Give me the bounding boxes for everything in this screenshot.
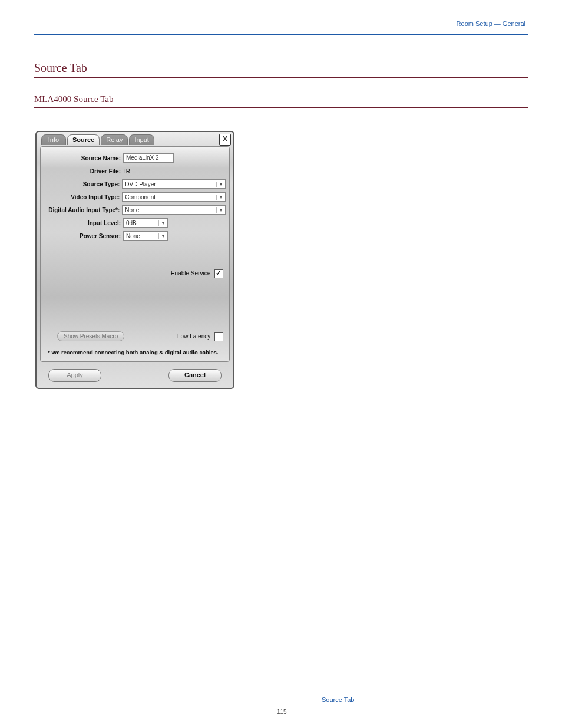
source-name-label: Source Name:	[44, 155, 123, 162]
cancel-button[interactable]: Cancel	[168, 369, 222, 382]
tab-info[interactable]: Info	[41, 134, 66, 145]
input-level-select[interactable]: 0dB ▾	[123, 218, 168, 228]
close-icon[interactable]: X	[219, 134, 231, 146]
show-presets-button[interactable]: Show Presets Macro	[57, 331, 124, 341]
source-tab-link[interactable]: Source Tab	[322, 696, 354, 703]
source-type-label: Source Type:	[44, 181, 122, 187]
source-dialog: Info Source Relay Input X Source Name: M…	[35, 131, 234, 389]
chevron-down-icon: ▾	[158, 220, 167, 226]
tab-input[interactable]: Input	[129, 134, 154, 145]
driver-file-value: IR	[123, 168, 130, 174]
power-sensor-select[interactable]: None ▾	[123, 231, 168, 241]
tab-relay[interactable]: Relay	[101, 134, 128, 145]
digital-audio-label: Digital Audio Input Type*:	[44, 207, 122, 213]
footnote-text: * We recommend connecting both analog & …	[48, 349, 219, 355]
power-sensor-label: Power Sensor:	[44, 233, 123, 239]
tab-source[interactable]: Source	[67, 134, 100, 145]
video-input-value: Component	[123, 194, 216, 200]
driver-file-label: Driver File:	[44, 168, 123, 174]
low-latency-checkbox[interactable]	[214, 332, 223, 341]
source-type-select[interactable]: DVD Player ▾	[122, 179, 226, 189]
digital-audio-select[interactable]: None ▾	[122, 205, 226, 215]
tab-row: Info Source Relay Input	[41, 134, 229, 147]
dialog-body: Source Name: MediaLinX 2 Driver File: IR…	[40, 146, 230, 362]
apply-button[interactable]: Apply	[48, 369, 101, 382]
enable-service-row: Enable Service	[171, 269, 223, 278]
source-name-input[interactable]: MediaLinX 2	[123, 153, 174, 163]
section-heading: Source Tab	[34, 61, 528, 75]
video-input-label: Video Input Type:	[44, 194, 122, 200]
input-level-value: 0dB	[124, 220, 158, 226]
power-sensor-value: None	[124, 233, 158, 239]
video-input-select[interactable]: Component ▾	[122, 192, 226, 202]
chevron-down-icon: ▾	[158, 233, 167, 239]
section-subheading: MLA4000 Source Tab	[34, 94, 528, 104]
digital-audio-value: None	[123, 207, 216, 213]
enable-service-checkbox[interactable]	[214, 269, 223, 278]
low-latency-label: Low Latency	[177, 333, 210, 340]
section-rule	[34, 77, 528, 78]
header-rule	[34, 34, 528, 35]
chevron-down-icon: ▾	[216, 182, 225, 187]
enable-service-label: Enable Service	[171, 270, 210, 276]
source-type-value: DVD Player	[123, 181, 216, 187]
subheading-rule	[34, 107, 528, 108]
input-level-label: Input Level:	[44, 220, 123, 226]
chevron-down-icon: ▾	[216, 195, 225, 200]
low-latency-row: Low Latency	[177, 332, 223, 341]
chevron-down-icon: ▾	[216, 207, 225, 213]
room-setup-link[interactable]: Room Setup — General	[457, 20, 525, 27]
page-number: 115	[277, 709, 287, 715]
